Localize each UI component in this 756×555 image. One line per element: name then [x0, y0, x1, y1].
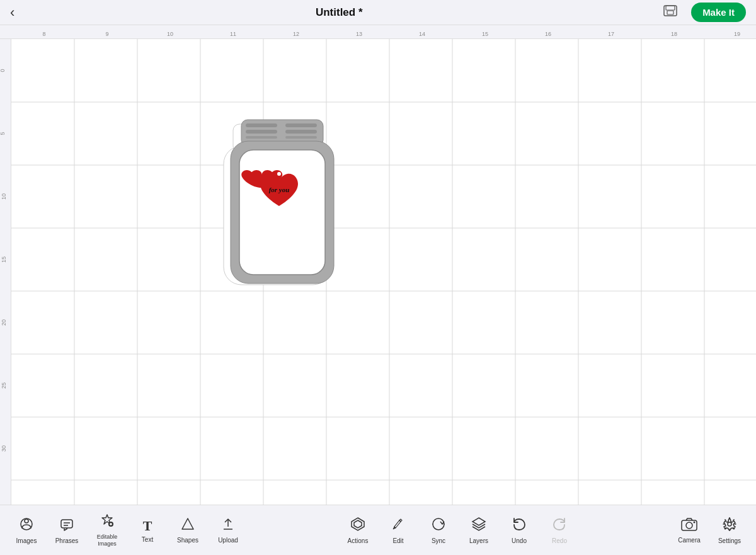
svg-rect-26 [246, 130, 277, 134]
ruler-mark-17: 17 [608, 31, 614, 37]
settings-icon [722, 517, 737, 535]
camera-icon [681, 517, 697, 535]
toolbar-item-phrases[interactable]: Phrases [53, 517, 81, 544]
svg-text:for you: for you [269, 186, 290, 193]
ruler-mark-12: 12 [293, 31, 299, 37]
ruler-top: 8 9 10 11 12 13 14 15 16 17 18 19 [0, 25, 756, 39]
upload-label: Upload [218, 537, 238, 544]
settings-label: Settings [718, 537, 741, 544]
edit-label: Edit [392, 537, 403, 544]
ruler-mark-v-5: 5 [0, 132, 6, 135]
editable-images-label: EditableImages [97, 534, 118, 547]
svg-marker-47 [472, 518, 485, 525]
svg-marker-43 [182, 518, 193, 529]
ruler-mark-9: 9 [105, 31, 108, 37]
redo-label: Redo [552, 537, 567, 544]
actions-icon [350, 517, 365, 535]
toolbar-item-settings[interactable]: Settings [716, 517, 743, 544]
ruler-mark-v-25: 25 [1, 382, 7, 389]
edit-icon [391, 517, 406, 535]
toolbar-center-section: Actions Edit Sync [344, 517, 573, 544]
ruler-mark-19: 19 [734, 31, 740, 37]
ruler-mark-v-15: 15 [1, 256, 7, 263]
ruler-mark-14: 14 [419, 31, 425, 37]
ruler-mark-8: 8 [42, 31, 45, 37]
ruler-mark-13: 13 [356, 31, 362, 37]
svg-point-49 [686, 522, 692, 529]
bottom-toolbar: Images Phrases E [0, 505, 756, 555]
svg-rect-2 [667, 11, 673, 14]
svg-rect-29 [285, 136, 317, 139]
layers-icon [471, 517, 486, 535]
ruler-mark-v-10: 10 [1, 193, 7, 200]
svg-rect-27 [285, 130, 317, 134]
svg-point-33 [277, 172, 281, 176]
toolbar-item-undo[interactable]: Undo [505, 517, 533, 544]
images-label: Images [16, 537, 37, 544]
header: ‹ Untitled * Make It [0, 0, 756, 25]
toolbar-right-section: Camera Settings [675, 517, 743, 544]
undo-label: Undo [512, 537, 527, 544]
document-title: Untitled * [316, 6, 363, 19]
sync-label: Sync [432, 537, 445, 544]
ruler-mark-10: 10 [167, 31, 173, 37]
ruler-mark-18: 18 [671, 31, 677, 37]
toolbar-item-edit[interactable]: Edit [384, 517, 412, 544]
toolbar-item-upload[interactable]: Upload [214, 517, 242, 544]
actions-label: Actions [348, 537, 369, 544]
redo-icon [552, 517, 567, 535]
make-it-button[interactable]: Make It [691, 3, 746, 22]
toolbar-item-images[interactable]: Images [13, 517, 40, 544]
ruler-mark-16: 16 [545, 31, 551, 37]
svg-rect-24 [246, 123, 277, 127]
svg-rect-37 [61, 520, 72, 528]
toolbar-item-editable-images[interactable]: EditableImages [93, 513, 121, 547]
layers-label: Layers [469, 537, 488, 544]
ruler-mark-15: 15 [482, 31, 488, 37]
jar-design[interactable]: for you [207, 108, 383, 348]
phrases-icon [59, 517, 74, 535]
shapes-label: Shapes [177, 537, 198, 544]
svg-rect-28 [246, 136, 277, 139]
header-right: Make It [663, 3, 746, 22]
shapes-icon [181, 517, 195, 535]
svg-point-51 [728, 522, 731, 526]
toolbar-item-text[interactable]: T Text [134, 518, 161, 543]
svg-rect-25 [285, 123, 317, 127]
editable-images-icon [100, 513, 115, 532]
ruler-left: 0 5 10 15 20 25 30 [0, 39, 11, 505]
text-icon: T [143, 518, 152, 534]
svg-marker-46 [354, 520, 362, 528]
save-icon[interactable] [663, 5, 677, 20]
ruler-mark-v-0: 0 [0, 69, 6, 72]
design-canvas[interactable]: for you [11, 39, 756, 505]
upload-icon [221, 517, 235, 535]
ruler-mark-v-20: 20 [1, 319, 7, 326]
ruler-mark-11: 11 [230, 31, 236, 37]
undo-icon [512, 517, 527, 535]
images-icon [19, 517, 34, 535]
canvas-background [11, 39, 756, 505]
sync-icon [431, 517, 446, 535]
toolbar-left-section: Images Phrases E [13, 513, 242, 547]
svg-rect-1 [666, 6, 675, 10]
svg-point-50 [694, 521, 696, 523]
svg-rect-31 [239, 150, 325, 275]
text-label: Text [142, 536, 153, 543]
camera-label: Camera [678, 537, 701, 544]
phrases-label: Phrases [55, 537, 79, 544]
toolbar-item-camera[interactable]: Camera [675, 517, 703, 544]
svg-point-36 [25, 519, 28, 523]
toolbar-item-sync[interactable]: Sync [425, 517, 452, 544]
svg-marker-45 [352, 518, 364, 530]
toolbar-item-shapes[interactable]: Shapes [174, 517, 202, 544]
toolbar-item-redo[interactable]: Redo [546, 517, 573, 544]
back-button[interactable]: ‹ [10, 4, 14, 21]
ruler-mark-v-30: 30 [1, 445, 7, 452]
toolbar-item-actions[interactable]: Actions [344, 517, 372, 544]
toolbar-item-layers[interactable]: Layers [465, 517, 493, 544]
